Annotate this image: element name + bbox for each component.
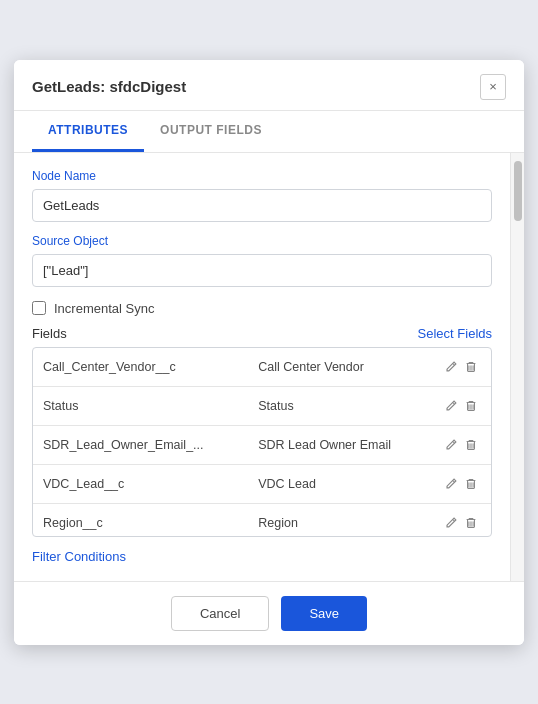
svg-rect-0 (468, 365, 469, 370)
edit-field-icon[interactable] (441, 357, 461, 377)
tabs-bar: ATTRIBUTES OUTPUT FIELDS (14, 111, 524, 153)
dialog-title: GetLeads: sfdcDigest (32, 78, 186, 95)
svg-rect-16 (468, 521, 469, 526)
field-api-name: VDC_Lead__c (33, 464, 248, 503)
fields-header: Fields Select Fields (32, 326, 492, 341)
dialog-body: Node Name Source Object Incremental Sync… (14, 153, 524, 581)
dialog-wrapper: GetLeads: sfdcDigest × ATTRIBUTES OUTPUT… (0, 0, 538, 704)
field-label: Call Center Vendor (248, 348, 431, 387)
incremental-sync-label: Incremental Sync (54, 301, 154, 316)
svg-rect-13 (470, 482, 471, 487)
source-object-input[interactable] (32, 254, 492, 287)
fields-section-label: Fields (32, 326, 67, 341)
field-api-name: SDR_Lead_Owner_Email_... (33, 425, 248, 464)
dialog-header: GetLeads: sfdcDigest × (14, 60, 524, 111)
svg-rect-12 (468, 482, 469, 487)
filter-conditions-link[interactable]: Filter Conditions (32, 549, 126, 564)
svg-rect-6 (473, 404, 474, 409)
dialog-footer: Cancel Save (14, 581, 524, 645)
node-name-input[interactable] (32, 189, 492, 222)
field-actions (431, 503, 491, 537)
incremental-sync-row: Incremental Sync (32, 301, 492, 316)
scrollbar-right (510, 153, 524, 581)
edit-field-icon[interactable] (441, 474, 461, 494)
field-api-name: Status (33, 386, 248, 425)
select-fields-link[interactable]: Select Fields (418, 326, 492, 341)
delete-field-icon[interactable] (461, 474, 481, 494)
field-label: Status (248, 386, 431, 425)
field-actions (431, 425, 491, 464)
delete-field-icon[interactable] (461, 435, 481, 455)
field-actions (431, 464, 491, 503)
field-api-name: Call_Center_Vendor__c (33, 348, 248, 387)
svg-rect-2 (473, 365, 474, 370)
field-actions (431, 348, 491, 387)
tab-attributes[interactable]: ATTRIBUTES (32, 111, 144, 152)
incremental-sync-checkbox[interactable] (32, 301, 46, 315)
svg-rect-17 (470, 521, 471, 526)
delete-field-icon[interactable] (461, 357, 481, 377)
svg-rect-4 (468, 404, 469, 409)
field-api-name: Region__c (33, 503, 248, 537)
table-row: SDR_Lead_Owner_Email_...SDR Lead Owner E… (33, 425, 491, 464)
field-label: SDR Lead Owner Email (248, 425, 431, 464)
field-label: VDC Lead (248, 464, 431, 503)
dialog: GetLeads: sfdcDigest × ATTRIBUTES OUTPUT… (14, 60, 524, 645)
fields-table-wrapper: Call_Center_Vendor__cCall Center Vendor … (32, 347, 492, 537)
source-object-label: Source Object (32, 234, 492, 248)
edit-field-icon[interactable] (441, 396, 461, 416)
node-name-label: Node Name (32, 169, 492, 183)
delete-field-icon[interactable] (461, 513, 481, 533)
svg-rect-10 (473, 443, 474, 448)
edit-field-icon[interactable] (441, 435, 461, 455)
table-row: StatusStatus (33, 386, 491, 425)
table-row: Call_Center_Vendor__cCall Center Vendor (33, 348, 491, 387)
scrollbar-thumb (514, 161, 522, 221)
dialog-content: Node Name Source Object Incremental Sync… (14, 153, 510, 581)
edit-field-icon[interactable] (441, 513, 461, 533)
field-label: Region (248, 503, 431, 537)
tab-output-fields[interactable]: OUTPUT FIELDS (144, 111, 278, 152)
close-button[interactable]: × (480, 74, 506, 100)
svg-rect-14 (473, 482, 474, 487)
cancel-button[interactable]: Cancel (171, 596, 269, 631)
svg-rect-9 (470, 443, 471, 448)
table-row: VDC_Lead__cVDC Lead (33, 464, 491, 503)
delete-field-icon[interactable] (461, 396, 481, 416)
fields-table: Call_Center_Vendor__cCall Center Vendor … (33, 348, 491, 537)
svg-rect-8 (468, 443, 469, 448)
field-actions (431, 386, 491, 425)
save-button[interactable]: Save (281, 596, 367, 631)
svg-rect-18 (473, 521, 474, 526)
svg-rect-5 (470, 404, 471, 409)
table-row: Region__cRegion (33, 503, 491, 537)
svg-rect-1 (470, 365, 471, 370)
